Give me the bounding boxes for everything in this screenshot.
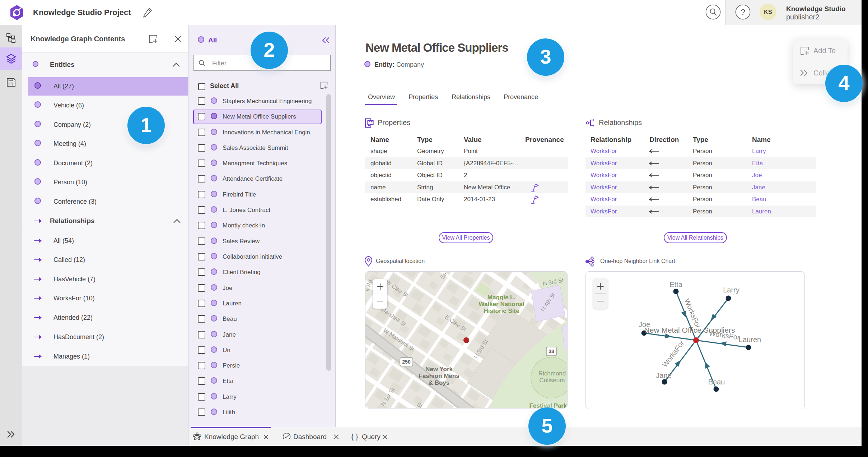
svg-text:New York: New York xyxy=(425,366,453,373)
svg-text:Fashion Mens: Fashion Mens xyxy=(419,373,459,379)
svg-text:33: 33 xyxy=(549,348,554,354)
svg-text:& Boys: & Boys xyxy=(429,379,450,386)
svg-text:Maggie L.: Maggie L. xyxy=(487,294,515,301)
svg-text:Richmond: Richmond xyxy=(538,370,566,377)
svg-text:?: ? xyxy=(741,8,745,17)
svg-text:Coliseum: Coliseum xyxy=(540,377,565,384)
svg-text:Historic Site: Historic Site xyxy=(484,308,519,314)
svg-text:WorksFor: WorksFor xyxy=(661,339,686,368)
svg-text:Larry: Larry xyxy=(723,286,739,294)
svg-text:250: 250 xyxy=(402,359,411,365)
svg-text:Lauren: Lauren xyxy=(739,336,761,343)
svg-text:Walker National: Walker National xyxy=(479,301,524,308)
svg-text:WorksFor: WorksFor xyxy=(709,329,741,341)
svg-text:Beau: Beau xyxy=(708,378,725,386)
svg-text:Jane: Jane xyxy=(656,371,671,379)
svg-text:Etta: Etta xyxy=(669,281,682,288)
svg-text:WorksFor: WorksFor xyxy=(683,297,702,329)
